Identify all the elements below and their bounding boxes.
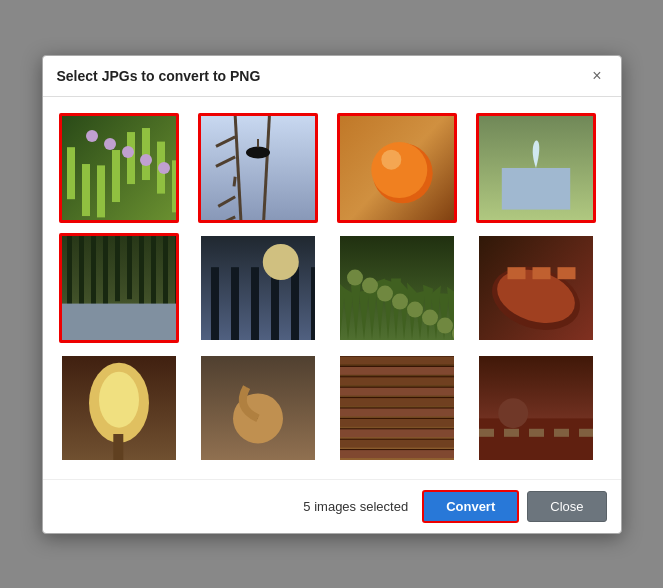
image-thumbnail [201, 116, 315, 220]
image-thumbnail [201, 356, 315, 460]
image-cell[interactable] [59, 233, 179, 343]
image-cell[interactable] [198, 113, 318, 223]
dialog-header: Select JPGs to convert to PNG × [43, 56, 621, 97]
image-thumbnail [340, 116, 454, 220]
image-cell[interactable] [337, 113, 457, 223]
dialog-title: Select JPGs to convert to PNG [57, 68, 261, 84]
image-grid [59, 113, 605, 463]
image-thumbnail [340, 356, 454, 460]
close-button[interactable]: Close [527, 491, 606, 522]
image-thumbnail [62, 236, 176, 340]
image-cell[interactable] [476, 233, 596, 343]
image-cell[interactable] [59, 113, 179, 223]
image-thumbnail [62, 116, 176, 220]
image-thumbnail [479, 116, 593, 220]
dialog-footer: 5 images selected Convert Close [43, 479, 621, 533]
status-text: 5 images selected [57, 499, 409, 514]
image-cell[interactable] [337, 353, 457, 463]
dialog: Select JPGs to convert to PNG × 5 images… [42, 55, 622, 534]
image-thumbnail [479, 356, 593, 460]
image-cell[interactable] [476, 113, 596, 223]
image-cell[interactable] [337, 233, 457, 343]
convert-button[interactable]: Convert [422, 490, 519, 523]
image-thumbnail [340, 236, 454, 340]
image-thumbnail [479, 236, 593, 340]
image-cell[interactable] [59, 353, 179, 463]
image-cell[interactable] [198, 233, 318, 343]
dialog-close-button[interactable]: × [587, 66, 606, 86]
image-cell[interactable] [476, 353, 596, 463]
image-thumbnail [62, 356, 176, 460]
image-cell[interactable] [198, 353, 318, 463]
image-thumbnail [201, 236, 315, 340]
dialog-body [43, 97, 621, 479]
